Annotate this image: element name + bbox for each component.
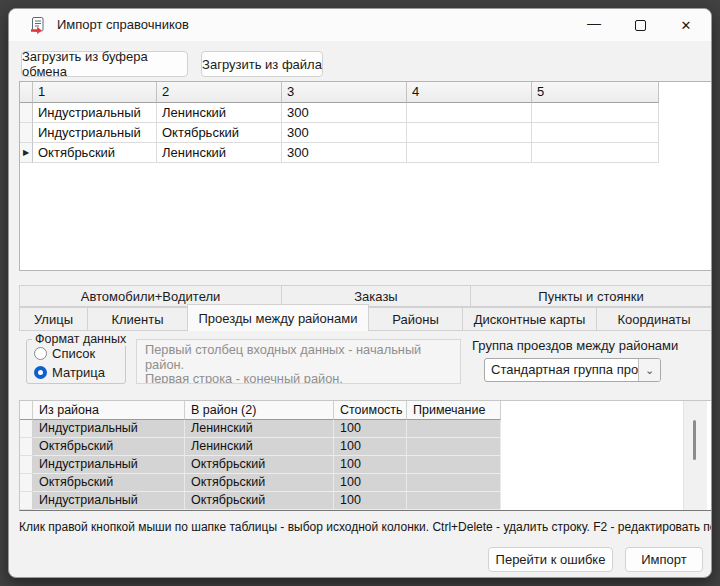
import-document-icon (29, 16, 47, 34)
source-header-selector[interactable] (20, 82, 33, 103)
grid-cell[interactable]: Ленинский (157, 103, 282, 123)
grid-cell[interactable]: Индустриальный (33, 123, 157, 143)
description-line: Первая строка - конечный район. (145, 372, 452, 384)
source-column-header[interactable]: 1 (33, 82, 157, 103)
row-selector-cell[interactable] (20, 492, 33, 510)
grid-cell[interactable]: 300 (282, 123, 407, 143)
result-column-header[interactable]: Из района (33, 401, 185, 420)
grid-cell[interactable]: Октябрьский (33, 474, 185, 492)
row-selector-cell[interactable] (20, 123, 33, 143)
tab-row-2: Улицы Клиенты Проезды между районами Рай… (19, 307, 712, 331)
trip-group-select[interactable]: Стандартная группа проездов ⌄ (484, 358, 661, 382)
tab-district-trips[interactable]: Проезды между районами (187, 304, 369, 331)
description-line: Первый столбец входных данных - начальны… (145, 343, 452, 372)
radio-list-option[interactable]: Список (34, 346, 95, 361)
grid-cell[interactable] (407, 420, 501, 438)
source-column-header[interactable]: 2 (157, 82, 282, 103)
goto-error-button[interactable]: Перейти к ошибке (488, 547, 613, 572)
grid-cell[interactable]: Октябрьский (185, 474, 334, 492)
grid-cell[interactable]: Индустриальный (33, 456, 185, 474)
grid-cell[interactable]: Ленинский (157, 143, 282, 163)
grid-cell[interactable]: 100 (334, 492, 407, 510)
grid-cell[interactable]: Октябрьский (157, 123, 282, 143)
tab-districts[interactable]: Районы (368, 307, 463, 331)
grid-cell[interactable]: Ленинский (185, 420, 334, 438)
tab-points-parkings[interactable]: Пункты и стоянки (470, 285, 712, 307)
source-grid: 1 2 3 4 5 Индустриальный Ленинский 300 И… (19, 81, 712, 271)
grid-cell[interactable]: Индустриальный (33, 103, 157, 123)
tab-streets[interactable]: Улицы (19, 307, 88, 331)
source-column-header[interactable]: 3 (282, 82, 407, 103)
grid-cell[interactable] (407, 474, 501, 492)
grid-cell[interactable]: 300 (282, 143, 407, 163)
grid-cell[interactable] (407, 438, 501, 456)
source-column-header[interactable]: 5 (532, 82, 659, 103)
scrollbar-thumb[interactable] (693, 420, 696, 460)
row-selector-cell[interactable] (20, 103, 33, 123)
grid-cell[interactable] (532, 123, 659, 143)
result-header-selector[interactable] (20, 401, 33, 420)
grid-cell[interactable]: Индустриальный (33, 420, 185, 438)
radio-matrix-option[interactable]: Матрица (34, 365, 105, 380)
grid-cell[interactable] (407, 143, 532, 163)
source-grid-row: Индустриальный Октябрьский 300 (20, 123, 711, 143)
titlebar: Импорт справочников — ✕ (9, 9, 711, 41)
close-button[interactable]: ✕ (663, 9, 709, 41)
groupbox-title: Формат данных (32, 332, 129, 346)
load-from-clipboard-button[interactable]: Загрузить из буфера обмена (21, 51, 188, 77)
trip-group-label: Группа проездов между районами (472, 338, 678, 353)
radio-unchecked-icon (34, 347, 47, 360)
grid-cell[interactable] (407, 456, 501, 474)
result-column-header[interactable]: В район (2) (185, 401, 334, 420)
row-selector-cell[interactable] (20, 474, 33, 492)
format-description: Первый столбец входных данных - начальны… (136, 339, 461, 384)
grid-cell[interactable]: Октябрьский (33, 143, 157, 163)
grid-cell[interactable] (407, 123, 532, 143)
hint-text: Клик правой кнопкой мыши по шапке таблиц… (19, 520, 709, 534)
row-selector-cell[interactable]: ▶ (20, 143, 33, 163)
row-selector-cell[interactable] (20, 456, 33, 474)
close-icon: ✕ (681, 18, 692, 33)
import-button[interactable]: Импорт (625, 547, 703, 572)
grid-cell[interactable]: Ленинский (185, 438, 334, 456)
grid-cell[interactable]: Октябрьский (185, 492, 334, 510)
grid-cell[interactable] (532, 143, 659, 163)
maximize-icon (635, 20, 646, 31)
minimize-button[interactable]: — (571, 9, 617, 41)
result-column-header[interactable]: Стоимость (334, 401, 407, 420)
tab-clients[interactable]: Клиенты (87, 307, 188, 331)
result-grid-header: Из района В район (2) Стоимость Примечан… (20, 401, 711, 420)
grid-cell[interactable]: Индустриальный (33, 492, 185, 510)
source-grid-header: 1 2 3 4 5 (20, 82, 711, 103)
grid-cell[interactable]: 100 (334, 438, 407, 456)
maximize-button[interactable] (617, 9, 663, 41)
grid-cell[interactable]: 100 (334, 420, 407, 438)
minimize-icon: — (587, 15, 601, 31)
grid-cell[interactable]: 100 (334, 456, 407, 474)
grid-cell[interactable]: 100 (334, 474, 407, 492)
grid-cell[interactable]: Октябрьский (33, 438, 185, 456)
source-column-header[interactable]: 4 (407, 82, 532, 103)
result-column-header[interactable]: Примечание (407, 401, 501, 420)
result-grid: Из района В район (2) Стоимость Примечан… (19, 400, 712, 511)
grid-cell[interactable] (407, 103, 532, 123)
source-grid-row-active: ▶ Октябрьский Ленинский 300 (20, 143, 711, 163)
caption-buttons: — ✕ (571, 9, 709, 41)
tab-coordinates[interactable]: Координаты (596, 307, 712, 331)
data-format-groupbox: Формат данных Список Матрица (26, 339, 126, 384)
grid-cell[interactable] (407, 492, 501, 510)
load-from-file-button[interactable]: Загрузить из файла (201, 51, 323, 77)
active-row-arrow-icon: ▶ (23, 149, 29, 157)
screen: Импорт справочников — ✕ Загрузить из буф… (0, 0, 720, 586)
tab-discount-cards[interactable]: Дисконтные карты (462, 307, 597, 331)
dialog-window: Импорт справочников — ✕ Загрузить из буф… (8, 8, 712, 578)
vertical-scrollbar[interactable] (683, 401, 707, 510)
row-selector-cell[interactable] (20, 438, 33, 456)
grid-cell[interactable]: 300 (282, 103, 407, 123)
row-selector-cell[interactable] (20, 420, 33, 438)
grid-cell[interactable] (532, 103, 659, 123)
result-grid-row: Индустриальный Ленинский 100 (20, 420, 711, 438)
radio-checked-icon (34, 366, 47, 379)
grid-cell[interactable]: Октябрьский (185, 456, 334, 474)
page-title: Импорт справочников (57, 17, 189, 32)
